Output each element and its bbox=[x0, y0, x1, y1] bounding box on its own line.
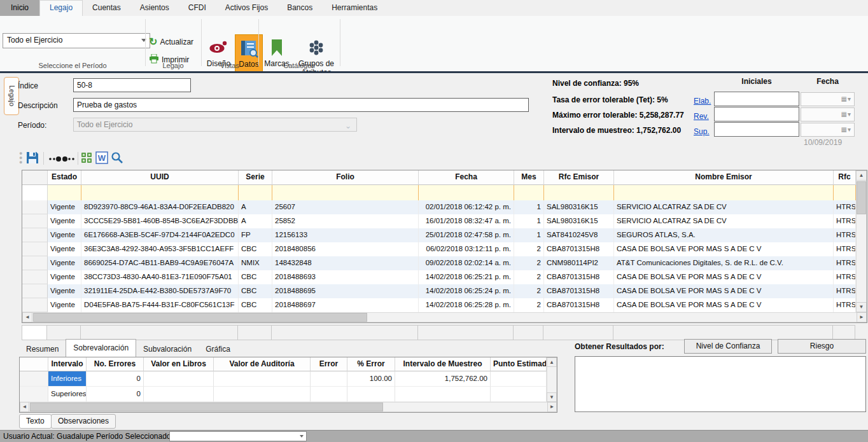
tab-sobrevaloracion[interactable]: Sobrevaloración bbox=[66, 339, 136, 357]
cell[interactable]: Inferiores bbox=[48, 371, 87, 387]
toolbar-grip[interactable]: ●●● bbox=[19, 151, 22, 165]
cell[interactable]: 14/02/2018 06:25:28 p. m. bbox=[419, 298, 514, 312]
table-row[interactable]: Vigente8D923970-88C9-46A1-83A4-D0F2EEADB… bbox=[22, 200, 856, 214]
hscroll-thumb[interactable] bbox=[33, 313, 367, 322]
column-header[interactable]: Folio bbox=[272, 170, 419, 185]
filter-cell[interactable] bbox=[834, 185, 856, 200]
cell[interactable]: NMIX bbox=[239, 256, 272, 270]
cell[interactable] bbox=[347, 387, 395, 402]
cell[interactable]: 2 bbox=[514, 270, 544, 284]
column-header[interactable]: Intervalo de Muestreo bbox=[395, 357, 491, 371]
column-header[interactable]: % Error bbox=[347, 357, 395, 371]
column-header[interactable]: Valor de Auditoría bbox=[214, 357, 311, 371]
cell[interactable]: 12156133 bbox=[272, 228, 419, 242]
period-selector-combo[interactable]: Todo el Ejercicio bbox=[3, 33, 150, 48]
cell[interactable]: 321911E4-25DA-E442-B380-5DE5737A9F70 bbox=[81, 284, 239, 298]
scroll-left-arrow[interactable]: ◄ bbox=[22, 312, 32, 322]
column-header[interactable]: Error bbox=[311, 357, 347, 371]
cell[interactable]: Vigente bbox=[48, 256, 81, 270]
cell[interactable]: 14/02/2018 06:25:24 p. m. bbox=[419, 284, 514, 298]
column-header[interactable]: Nombre Emisor bbox=[614, 170, 834, 185]
table-row[interactable]: Vigente86690254-D7AC-4B11-BAB9-4C9A9E760… bbox=[22, 256, 856, 270]
cell[interactable]: 3CCC5E29-5B81-460B-854B-3C6EA2F3DDBB bbox=[81, 214, 239, 228]
cell[interactable]: Vigente bbox=[48, 298, 81, 312]
column-header[interactable]: No. Errores bbox=[87, 357, 144, 371]
cell[interactable]: 2018488697 bbox=[272, 298, 419, 312]
cell[interactable]: 38CC73D3-4830-AA40-81E3-71E090F75A01 bbox=[81, 270, 239, 284]
cell[interactable]: 2 bbox=[514, 256, 544, 270]
cell[interactable]: 100.00 bbox=[347, 371, 395, 387]
cell[interactable]: 09/02/2018 02:02:14 a. m. bbox=[419, 256, 514, 270]
cell[interactable]: Vigente bbox=[48, 270, 81, 284]
cell[interactable]: 25852 bbox=[272, 214, 419, 228]
cell[interactable]: HTRS bbox=[834, 200, 856, 214]
cell[interactable] bbox=[144, 371, 214, 387]
cell[interactable]: SAL980316K15 bbox=[544, 214, 614, 228]
cell[interactable]: 14/02/2018 06:25:21 p. m. bbox=[419, 270, 514, 284]
tab-bancos[interactable]: Bancos bbox=[277, 0, 322, 16]
row-header[interactable] bbox=[22, 214, 48, 228]
cell[interactable]: HTRS bbox=[834, 256, 856, 270]
filter-row-header[interactable] bbox=[22, 185, 48, 200]
sup-link[interactable]: Sup. bbox=[694, 127, 710, 136]
filter-cell[interactable] bbox=[514, 185, 544, 200]
cell[interactable] bbox=[491, 387, 547, 402]
scroll-right-arrow[interactable]: ► bbox=[857, 312, 867, 322]
table-row[interactable]: Vigente38CC73D3-4830-AA40-81E3-71E090F75… bbox=[22, 270, 856, 284]
table-row[interactable]: Vigente6E176668-A3EB-5C4F-97D4-2144F0A2E… bbox=[22, 228, 856, 242]
cell[interactable]: SERVICIO ALCATRAZ SA DE CV bbox=[614, 200, 834, 214]
field-chooser-icon[interactable] bbox=[48, 154, 75, 165]
cell[interactable]: A bbox=[239, 200, 272, 214]
row-header[interactable] bbox=[22, 256, 48, 270]
cell[interactable]: CASA DE BOLSA VE POR MAS S A DE C V bbox=[614, 298, 834, 312]
rev-link[interactable]: Rev. bbox=[694, 112, 709, 121]
row-header-corner[interactable] bbox=[20, 357, 48, 371]
cell[interactable]: CBA8701315H8 bbox=[544, 284, 614, 298]
column-header[interactable]: Rfc Emisor bbox=[544, 170, 614, 185]
iniciales-elab-input[interactable] bbox=[714, 92, 799, 106]
cell[interactable]: 86690254-D7AC-4B11-BAB9-4C9A9E76047A bbox=[81, 256, 239, 270]
descripcion-input[interactable]: Prueba de gastos bbox=[73, 98, 529, 112]
row-header[interactable] bbox=[20, 371, 48, 387]
scroll-down-arrow[interactable]: ▼ bbox=[856, 302, 867, 312]
save-icon[interactable] bbox=[25, 151, 39, 167]
tab-legajo[interactable]: Legajo bbox=[39, 0, 83, 16]
filter-cell[interactable] bbox=[81, 185, 239, 200]
row-header[interactable] bbox=[22, 242, 48, 256]
export-grid-icon[interactable] bbox=[81, 153, 92, 166]
row-header[interactable] bbox=[22, 228, 48, 242]
cell[interactable] bbox=[491, 371, 547, 387]
cell[interactable] bbox=[214, 387, 311, 402]
periodo-combo[interactable]: Todo el Ejercicio ⌄ bbox=[73, 118, 357, 132]
cell[interactable]: HTRS bbox=[834, 270, 856, 284]
tab-texto[interactable]: Texto bbox=[19, 414, 52, 429]
scroll-right-arrow[interactable]: ► bbox=[547, 402, 557, 412]
cell[interactable]: 2018488693 bbox=[272, 270, 419, 284]
row-header-corner[interactable] bbox=[22, 170, 48, 185]
iniciales-rev-input[interactable] bbox=[714, 107, 799, 121]
column-header[interactable]: Estado bbox=[48, 170, 81, 185]
scroll-up-arrow[interactable]: ▲ bbox=[547, 357, 557, 367]
cell[interactable] bbox=[144, 387, 214, 402]
cell[interactable]: FP bbox=[239, 228, 272, 242]
cell[interactable]: SAT8410245V8 bbox=[544, 228, 614, 242]
cell[interactable]: CBA8701315H8 bbox=[544, 242, 614, 256]
tab-observaciones[interactable]: Observaciones bbox=[51, 414, 116, 429]
column-header[interactable]: Fecha bbox=[419, 170, 514, 185]
scroll-left-arrow[interactable]: ◄ bbox=[20, 402, 29, 412]
cell[interactable]: CBC bbox=[239, 242, 272, 256]
cell[interactable]: CBC bbox=[239, 270, 272, 284]
cell[interactable]: 0 bbox=[87, 371, 144, 387]
cell[interactable]: CASA DE BOLSA VE POR MAS S A DE C V bbox=[614, 242, 834, 256]
column-header[interactable]: UUID bbox=[81, 170, 239, 185]
filter-cell[interactable] bbox=[614, 185, 834, 200]
cell[interactable]: 6E176668-A3EB-5C4F-97D4-2144F0A2EDC0 bbox=[81, 228, 239, 242]
cell[interactable]: 2 bbox=[514, 242, 544, 256]
cell[interactable]: Vigente bbox=[48, 200, 81, 214]
iniciales-sup-input[interactable] bbox=[714, 122, 799, 137]
cell[interactable]: Vigente bbox=[48, 228, 81, 242]
cell[interactable]: SEGUROS ATLAS, S.A. bbox=[614, 228, 834, 242]
cell[interactable]: 25607 bbox=[272, 200, 419, 214]
cell[interactable]: AT&T Comunicaciones Digitales, S. de R.L… bbox=[614, 256, 834, 270]
column-header[interactable]: Intervalo bbox=[48, 357, 87, 371]
